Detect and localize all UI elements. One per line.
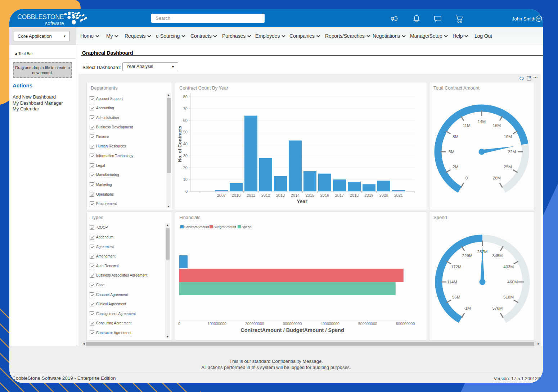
svg-text:14M: 14M [478,119,486,124]
svg-text:2016: 2016 [320,193,329,197]
svg-text:2019: 2019 [365,193,373,197]
svg-text:56M: 56M [452,295,460,299]
svg-text:25M: 25M [504,165,512,169]
svg-text:-1M: -1M [464,306,471,310]
svg-text:5M: 5M [449,150,454,154]
svg-text:Year: Year [297,199,307,204]
svg-text:22M: 22M [508,150,516,154]
svg-text:30: 30 [183,154,188,158]
svg-text:518M: 518M [503,295,514,299]
svg-text:ContractAmount: ContractAmount [184,225,209,229]
svg-text:2017: 2017 [335,193,344,197]
svg-text:2020: 2020 [379,193,388,197]
svg-text:2010: 2010 [232,193,240,197]
svg-text:576M: 576M [492,306,503,310]
svg-text:28M: 28M [493,176,501,180]
svg-text:70: 70 [183,106,188,111]
svg-text:2M: 2M [453,165,458,169]
svg-text:80: 80 [183,95,188,99]
svg-text:11M: 11M [463,123,471,128]
svg-text:460M: 460M [508,280,518,284]
svg-text:2014: 2014 [291,193,300,197]
svg-text:600000000: 600000000 [396,322,415,326]
svg-text:172M: 172M [451,265,462,269]
svg-text:ContractAmount / BudgetAmount: ContractAmount / BudgetAmount / Spend [240,327,344,333]
svg-text:0: 0 [465,176,468,180]
svg-text:500000000: 500000000 [358,322,377,326]
svg-text:229M: 229M [462,254,473,258]
svg-text:Spend: Spend [242,225,251,229]
svg-text:2012: 2012 [261,193,270,197]
svg-text:0: 0 [178,322,180,326]
svg-text:2018: 2018 [350,193,359,197]
svg-text:345M: 345M [492,254,503,258]
svg-text:400000000: 400000000 [320,322,339,326]
svg-text:BudgetAmount: BudgetAmount [213,225,236,229]
svg-text:300000000: 300000000 [283,322,302,326]
svg-text:2011: 2011 [247,193,255,197]
svg-text:2015: 2015 [306,193,314,197]
svg-text:2007: 2007 [217,193,226,197]
svg-text:403M: 403M [503,265,514,269]
svg-text:0: 0 [185,189,188,193]
svg-text:20: 20 [183,165,188,170]
svg-text:60: 60 [183,118,188,123]
svg-text:16M: 16M [493,123,501,128]
svg-text:50: 50 [183,130,188,134]
svg-text:200000000: 200000000 [245,322,264,326]
svg-text:8M: 8M [453,135,458,139]
svg-text:No. of Contracts: No. of Contracts [177,126,183,162]
svg-text:2021: 2021 [394,193,403,197]
svg-text:114M: 114M [447,280,457,284]
svg-text:19M: 19M [504,135,512,139]
svg-text:2013: 2013 [276,193,285,197]
svg-text:100000000: 100000000 [207,322,226,326]
svg-text:40: 40 [183,142,188,146]
svg-text:10: 10 [183,177,188,182]
